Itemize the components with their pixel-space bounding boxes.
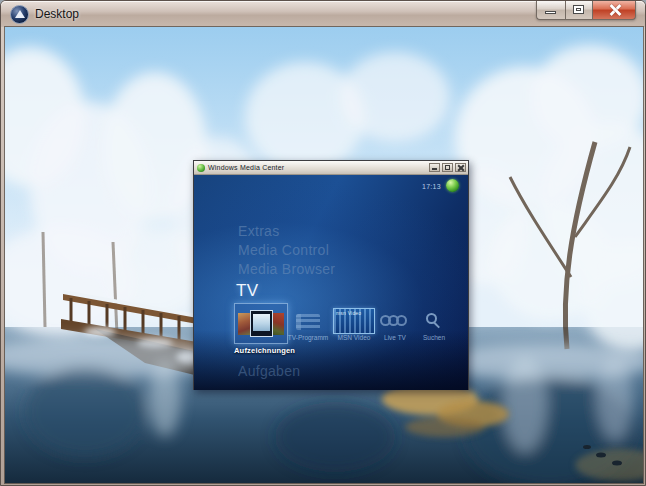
- tile-msn-video-label: MSN Video: [333, 334, 375, 341]
- clock: 17:13: [422, 183, 441, 190]
- media-center-caption-buttons: [429, 163, 466, 172]
- media-center-icon: [197, 164, 205, 172]
- maximize-button[interactable]: [565, 1, 592, 20]
- minimize-button[interactable]: [536, 1, 565, 20]
- app-icon: [10, 5, 29, 24]
- outer-caption-buttons: [536, 1, 636, 20]
- desktop-viewer-window: Desktop: [0, 0, 646, 486]
- tile-search[interactable]: [425, 313, 443, 331]
- tile-live-tv-label: Live TV: [374, 334, 416, 341]
- outer-window-title: Desktop: [35, 7, 79, 21]
- menu-item-media-control[interactable]: Media Control: [238, 242, 329, 258]
- minimize-icon: [545, 11, 556, 14]
- menu-item-tv-active[interactable]: TV: [236, 281, 258, 301]
- tile-live-tv[interactable]: [380, 315, 410, 327]
- screen: Desktop: [0, 0, 646, 486]
- desktop-area: Windows Media Center 17:13 Extras Media …: [5, 27, 643, 483]
- mc-minimize-button[interactable]: [429, 163, 440, 172]
- media-center-content: 17:13 Extras Media Control Media Browser…: [194, 175, 468, 390]
- close-button[interactable]: [592, 1, 636, 20]
- tile-msn-video[interactable]: msn Video: [333, 308, 375, 334]
- menu-item-extras[interactable]: Extras: [238, 223, 279, 239]
- tile-recordings-label: Aufzeichnungen: [234, 346, 304, 355]
- media-center-orb-icon[interactable]: [446, 179, 459, 192]
- maximize-icon: [445, 165, 450, 170]
- menu-item-media-browser[interactable]: Media Browser: [238, 261, 335, 277]
- minimize-icon: [432, 168, 437, 170]
- media-center-title: Windows Media Center: [208, 164, 284, 171]
- tile-tv-guide[interactable]: [296, 314, 320, 330]
- mc-close-button[interactable]: [455, 163, 466, 172]
- media-center-window: Windows Media Center 17:13 Extras Media …: [193, 160, 469, 390]
- media-center-titlebar[interactable]: Windows Media Center: [194, 161, 468, 175]
- search-icon-handle: [434, 322, 440, 328]
- msn-video-badge: msn Video: [336, 310, 361, 316]
- mc-maximize-button[interactable]: [442, 163, 453, 172]
- recording-thumbnail: [250, 310, 273, 337]
- outer-titlebar[interactable]: Desktop: [1, 1, 645, 27]
- tile-recordings[interactable]: [234, 303, 288, 344]
- close-icon: [458, 165, 464, 171]
- tile-tv-guide-label: TV-Programm: [286, 334, 330, 341]
- tile-search-label: Suchen: [416, 334, 452, 341]
- menu-item-aufgaben[interactable]: Aufgaben: [238, 363, 300, 379]
- close-icon: [609, 4, 621, 16]
- maximize-icon: [573, 5, 584, 14]
